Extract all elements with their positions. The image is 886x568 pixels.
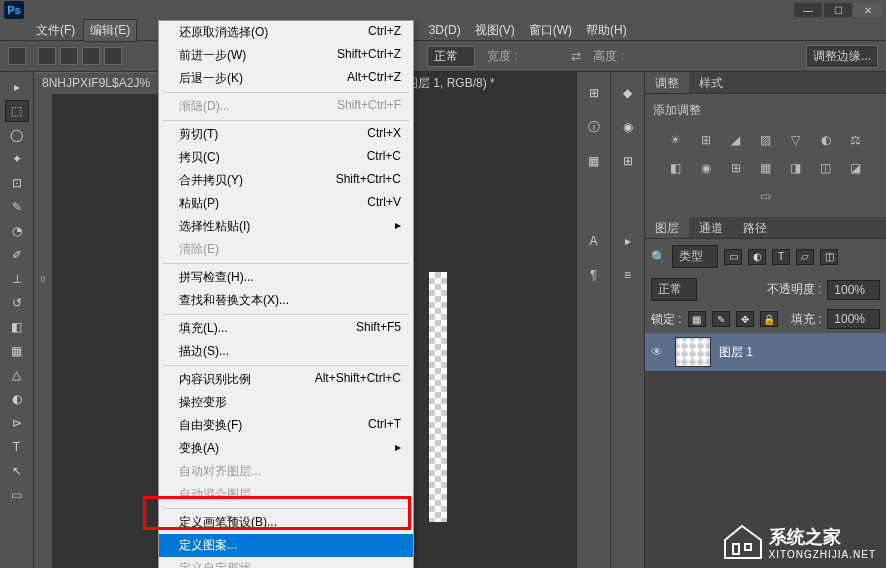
menu-window[interactable]: 窗口(W)	[523, 20, 578, 41]
refine-edge-button[interactable]: 调整边缘...	[806, 45, 878, 68]
menu-paste-special[interactable]: 选择性粘贴(I)▸	[159, 215, 413, 238]
filter-shape-icon[interactable]: ▱	[796, 249, 814, 265]
history-brush-tool[interactable]: ↺	[5, 292, 29, 314]
pen-tool[interactable]: ⊳	[5, 412, 29, 434]
tab-adjustments[interactable]: 调整	[645, 72, 689, 93]
shape-tool[interactable]: ▭	[5, 484, 29, 506]
character-icon[interactable]: A	[585, 232, 603, 250]
move-tool[interactable]: ▸	[5, 76, 29, 98]
tab-styles[interactable]: 样式	[689, 72, 733, 93]
photo-filter-icon[interactable]: ◉	[696, 159, 716, 177]
paragraph-icon[interactable]: ¶	[585, 266, 603, 284]
wand-tool[interactable]: ✦	[5, 148, 29, 170]
selection-mode-add[interactable]	[60, 47, 78, 65]
eraser-tool[interactable]: ◧	[5, 316, 29, 338]
document-tab-1[interactable]: 8NHJPXIF9L$A2J%	[34, 72, 174, 94]
tab-layers[interactable]: 图层	[645, 217, 689, 238]
stamp-tool[interactable]: ⊥	[5, 268, 29, 290]
menu-stroke[interactable]: 描边(S)...	[159, 340, 413, 363]
fill-value[interactable]: 100%	[827, 309, 880, 329]
menu-edit[interactable]: 编辑(E)	[83, 19, 137, 42]
gradient-map-icon[interactable]: ▭	[756, 187, 776, 205]
grid-icon[interactable]: ⊞	[619, 152, 637, 170]
navigator-icon[interactable]: ◉	[619, 118, 637, 136]
invert-icon[interactable]: ◨	[786, 159, 806, 177]
selection-mode-intersect[interactable]	[104, 47, 122, 65]
blur-tool[interactable]: △	[5, 364, 29, 386]
minimize-button[interactable]: —	[794, 3, 822, 17]
lasso-tool[interactable]: ◯	[5, 124, 29, 146]
filter-smart-icon[interactable]: ◫	[820, 249, 838, 265]
visibility-icon[interactable]: 👁	[651, 345, 667, 359]
menu-step-backward[interactable]: 后退一步(K)Alt+Ctrl+Z	[159, 67, 413, 90]
blend-mode-dropdown[interactable]: 正常	[651, 278, 697, 301]
curves-icon[interactable]: ◢	[726, 131, 746, 149]
opacity-value[interactable]: 100%	[827, 280, 880, 300]
dodge-tool[interactable]: ◐	[5, 388, 29, 410]
menu-cut[interactable]: 剪切(T)Ctrl+X	[159, 123, 413, 146]
filter-adjust-icon[interactable]: ◐	[748, 249, 766, 265]
menu-paste[interactable]: 粘贴(P)Ctrl+V	[159, 192, 413, 215]
threshold-icon[interactable]: ◪	[846, 159, 866, 177]
levels-icon[interactable]: ⊞	[696, 131, 716, 149]
history-icon[interactable]: ⊞	[585, 84, 603, 102]
menu-copy-merged[interactable]: 合并拷贝(Y)Shift+Ctrl+C	[159, 169, 413, 192]
posterize-icon[interactable]: ◫	[816, 159, 836, 177]
crop-tool[interactable]: ⊡	[5, 172, 29, 194]
layer-thumbnail[interactable]	[675, 337, 711, 367]
swatches-icon[interactable]: ▦	[585, 152, 603, 170]
lock-trans-icon[interactable]: ▦	[688, 311, 706, 327]
type-tool[interactable]: T	[5, 436, 29, 458]
menu-free-transform[interactable]: 自由变换(F)Ctrl+T	[159, 414, 413, 437]
vibrance-icon[interactable]: ▽	[786, 131, 806, 149]
selection-mode-new[interactable]	[38, 47, 56, 65]
lookup-icon[interactable]: ▦	[756, 159, 776, 177]
hue-icon[interactable]: ◐	[816, 131, 836, 149]
menu-copy[interactable]: 拷贝(C)Ctrl+C	[159, 146, 413, 169]
gradient-tool[interactable]: ▦	[5, 340, 29, 362]
menu-find-replace[interactable]: 查找和替换文本(X)...	[159, 289, 413, 312]
lock-paint-icon[interactable]: ✎	[712, 311, 730, 327]
menu-undo[interactable]: 还原取消选择(O)Ctrl+Z	[159, 21, 413, 44]
tool-preset-icon[interactable]	[8, 47, 26, 65]
info-icon[interactable]: ⓘ	[585, 118, 603, 136]
balance-icon[interactable]: ⚖	[846, 131, 866, 149]
healing-tool[interactable]: ◔	[5, 220, 29, 242]
selection-mode-subtract[interactable]	[82, 47, 100, 65]
menu-fill[interactable]: 填充(L)...Shift+F5	[159, 317, 413, 340]
tab-paths[interactable]: 路径	[733, 217, 777, 238]
menu-file[interactable]: 文件(F)	[30, 20, 81, 41]
menu-transform[interactable]: 变换(A)▸	[159, 437, 413, 460]
menu-content-aware[interactable]: 内容识别比例Alt+Shift+Ctrl+C	[159, 368, 413, 391]
layers-icon[interactable]: ≡	[619, 266, 637, 284]
bw-icon[interactable]: ◧	[666, 159, 686, 177]
menu-spell-check[interactable]: 拼写检查(H)...	[159, 266, 413, 289]
actions-icon[interactable]: ▸	[619, 232, 637, 250]
eyedropper-tool[interactable]: ✎	[5, 196, 29, 218]
mixer-icon[interactable]: ⊞	[726, 159, 746, 177]
menu-puppet-warp[interactable]: 操控变形	[159, 391, 413, 414]
menu-define-brush[interactable]: 定义画笔预设(B)...	[159, 511, 413, 534]
maximize-button[interactable]: ☐	[824, 3, 852, 17]
marquee-tool[interactable]: ⬚	[5, 100, 29, 122]
menu-view[interactable]: 视图(V)	[469, 20, 521, 41]
canvas[interactable]	[429, 272, 447, 522]
lock-all-icon[interactable]: 🔒	[760, 311, 778, 327]
menu-step-forward[interactable]: 前进一步(W)Shift+Ctrl+Z	[159, 44, 413, 67]
color-icon[interactable]: ◆	[619, 84, 637, 102]
menu-3d[interactable]: 3D(D)	[423, 21, 467, 39]
tab-channels[interactable]: 通道	[689, 217, 733, 238]
layer-filter-dropdown[interactable]: 类型	[672, 245, 718, 268]
menu-define-pattern[interactable]: 定义图案...	[159, 534, 413, 557]
brightness-icon[interactable]: ☀	[666, 131, 686, 149]
exposure-icon[interactable]: ▨	[756, 131, 776, 149]
mode-dropdown[interactable]: 正常	[427, 46, 475, 67]
menu-help[interactable]: 帮助(H)	[580, 20, 633, 41]
path-tool[interactable]: ↖	[5, 460, 29, 482]
close-button[interactable]: ✕	[854, 3, 882, 17]
filter-image-icon[interactable]: ▭	[724, 249, 742, 265]
layer-item-1[interactable]: 👁 图层 1	[645, 333, 886, 371]
swap-icon[interactable]: ⇄	[571, 49, 581, 63]
brush-tool[interactable]: ✐	[5, 244, 29, 266]
lock-pos-icon[interactable]: ✥	[736, 311, 754, 327]
